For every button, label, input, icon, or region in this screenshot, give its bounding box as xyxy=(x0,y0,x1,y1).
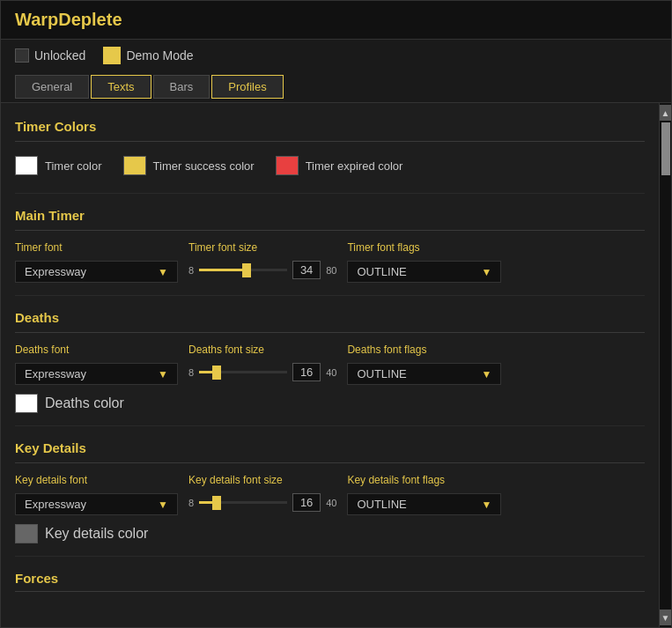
forces-header: Forces xyxy=(15,565,645,592)
key-details-flags-arrow-icon: ▼ xyxy=(481,499,491,511)
main-timer-header: Main Timer xyxy=(15,203,645,231)
timer-font-flags-label: Timer font flags xyxy=(347,241,501,254)
deaths-font-size-slider-container: 8 16 40 xyxy=(188,363,336,381)
key-details-flags-value: OUTLINE xyxy=(357,498,406,511)
timer-flags-arrow-icon: ▼ xyxy=(481,266,491,278)
key-details-font-size-slider-container: 8 16 40 xyxy=(188,493,336,512)
title-bar: WarpDeplete xyxy=(1,1,671,40)
key-details-color-label: Key details color xyxy=(45,526,148,542)
timer-font-size-slider-container: 8 34 80 xyxy=(188,261,336,279)
tab-bars[interactable]: Bars xyxy=(153,75,210,99)
timer-font-size-label: Timer font size xyxy=(188,241,336,254)
scrollbar-down-button[interactable]: ▼ xyxy=(660,610,672,625)
key-details-font-dropdown[interactable]: Expressway ▼ xyxy=(15,493,178,515)
unlocked-checkbox[interactable] xyxy=(15,48,29,63)
main-timer-font-row: Timer font Expressway ▼ Timer font size … xyxy=(15,241,645,283)
deaths-font-size-min: 8 xyxy=(188,367,194,378)
deaths-font-flags-col: Deaths font flags OUTLINE ▼ xyxy=(347,344,501,385)
timer-flags-value: OUTLINE xyxy=(357,265,406,278)
timer-slider-fill xyxy=(199,269,247,271)
deaths-color-swatch[interactable] xyxy=(15,394,38,413)
demo-mode-label: Demo Mode xyxy=(126,48,193,63)
deaths-color-label: Deaths color xyxy=(45,395,124,411)
deaths-slider-thumb[interactable] xyxy=(212,366,221,380)
timer-color-item: Timer color xyxy=(15,156,102,175)
timer-font-flags-dropdown[interactable]: OUTLINE ▼ xyxy=(347,261,501,283)
deaths-font-flags-dropdown[interactable]: OUTLINE ▼ xyxy=(347,363,501,385)
timer-success-swatch[interactable] xyxy=(123,156,146,175)
tab-texts[interactable]: Texts xyxy=(91,75,151,99)
tab-profiles[interactable]: Profiles xyxy=(211,75,283,99)
deaths-font-label: Deaths font xyxy=(15,344,178,356)
deaths-font-size-label: Deaths font size xyxy=(188,344,336,356)
deaths-font-col: Deaths font Expressway ▼ xyxy=(15,344,178,385)
deaths-font-flags-label: Deaths font flags xyxy=(347,344,501,356)
key-details-font-flags-col: Key details font flags OUTLINE ▼ xyxy=(347,474,501,515)
tabs-bar: General Texts Bars Profiles xyxy=(1,71,671,103)
timer-font-value: Expressway xyxy=(25,265,86,278)
scroll-content: Timer Colors Timer color Timer success c… xyxy=(1,103,659,627)
timer-expired-label: Timer expired color xyxy=(306,159,403,173)
timer-slider-thumb[interactable] xyxy=(242,263,251,277)
key-details-font-size-col: Key details font size 8 16 40 xyxy=(188,474,336,512)
key-details-font-flags-dropdown[interactable]: OUTLINE ▼ xyxy=(347,493,501,515)
timer-font-flags-col: Timer font flags OUTLINE ▼ xyxy=(347,241,501,283)
timer-colors-header: Timer Colors xyxy=(15,114,645,142)
timer-expired-swatch[interactable] xyxy=(276,156,299,175)
key-details-font-col: Key details font Expressway ▼ xyxy=(15,474,178,515)
key-details-color-row: Key details color xyxy=(15,524,645,543)
timer-font-size-max: 80 xyxy=(326,265,336,276)
timer-font-arrow-icon: ▼ xyxy=(158,266,168,278)
deaths-flags-arrow-icon: ▼ xyxy=(481,368,491,380)
timer-colors-section: Timer Colors Timer color Timer success c… xyxy=(15,114,645,179)
scrollbar-up-button[interactable]: ▲ xyxy=(660,105,672,121)
timer-color-swatch[interactable] xyxy=(15,156,38,175)
timer-font-size-value[interactable]: 34 xyxy=(292,261,321,279)
deaths-font-size-value[interactable]: 16 xyxy=(292,363,321,381)
deaths-font-size-slider[interactable] xyxy=(199,364,287,381)
scrollbar: ▲ ▼ xyxy=(659,103,671,627)
key-details-font-flags-label: Key details font flags xyxy=(347,474,501,486)
key-details-font-arrow-icon: ▼ xyxy=(158,499,168,511)
key-details-font-size-max: 40 xyxy=(326,498,336,508)
key-details-font-size-slider[interactable] xyxy=(199,494,287,512)
demo-mode-checkbox-label[interactable]: Demo Mode xyxy=(103,47,193,64)
main-timer-section: Main Timer Timer font Expressway ▼ Timer… xyxy=(15,193,645,283)
deaths-font-value: Expressway xyxy=(25,367,86,380)
deaths-slider-track xyxy=(199,371,287,373)
deaths-font-arrow-icon: ▼ xyxy=(158,368,168,380)
deaths-font-size-max: 40 xyxy=(326,367,336,378)
timer-font-label: Timer font xyxy=(15,241,178,254)
key-details-slider-track xyxy=(199,501,287,504)
deaths-font-row: Deaths font Expressway ▼ Deaths font siz… xyxy=(15,344,645,385)
key-details-font-label: Key details font xyxy=(15,474,178,486)
scrollbar-thumb[interactable] xyxy=(661,122,670,175)
timer-expired-item: Timer expired color xyxy=(276,156,403,175)
key-details-header: Key Details xyxy=(15,435,645,463)
unlocked-label: Unlocked xyxy=(34,48,85,63)
unlocked-checkbox-label[interactable]: Unlocked xyxy=(15,48,85,63)
deaths-font-size-col: Deaths font size 8 16 40 xyxy=(188,344,336,381)
tab-general[interactable]: General xyxy=(15,75,89,99)
app-title: WarpDeplete xyxy=(15,10,657,30)
timer-font-size-slider[interactable] xyxy=(199,262,287,279)
timer-font-size-col: Timer font size 8 34 80 xyxy=(188,241,336,279)
timer-slider-track xyxy=(199,269,287,271)
deaths-font-dropdown[interactable]: Expressway ▼ xyxy=(15,363,178,385)
key-details-font-row: Key details font Expressway ▼ Key detail… xyxy=(15,474,645,515)
deaths-flags-value: OUTLINE xyxy=(357,367,406,380)
key-details-font-size-value[interactable]: 16 xyxy=(292,493,321,512)
deaths-color-row: Deaths color xyxy=(15,394,645,413)
timer-font-dropdown[interactable]: Expressway ▼ xyxy=(15,261,178,283)
key-details-slider-thumb[interactable] xyxy=(212,496,221,510)
timer-success-item: Timer success color xyxy=(123,156,255,175)
app-window: WarpDeplete Unlocked Demo Mode General T… xyxy=(0,0,672,628)
forces-section: Forces xyxy=(15,556,645,592)
timer-font-col: Timer font Expressway ▼ xyxy=(15,241,178,283)
key-details-font-size-min: 8 xyxy=(188,498,194,508)
timer-color-label: Timer color xyxy=(45,159,102,173)
content-area: Timer Colors Timer color Timer success c… xyxy=(1,103,671,627)
key-details-color-swatch[interactable] xyxy=(15,524,38,543)
deaths-header: Deaths xyxy=(15,305,645,333)
top-controls: Unlocked Demo Mode xyxy=(1,40,671,71)
